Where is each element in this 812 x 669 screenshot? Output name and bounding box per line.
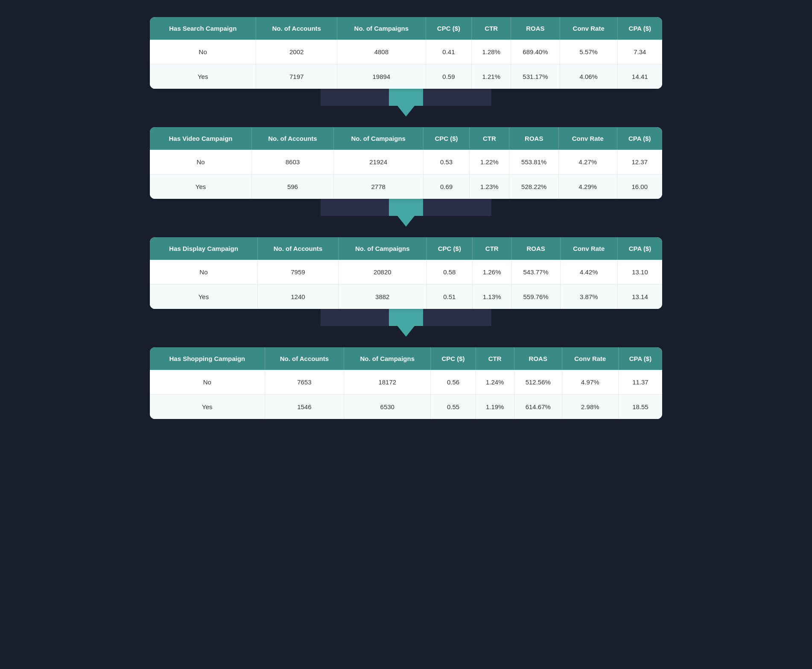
cell-1-7: 18.55 <box>618 395 662 419</box>
col-header-5: Conv Rate <box>559 127 617 150</box>
cell-1-2: 3882 <box>338 285 426 309</box>
video-campaign-table: Has Video CampaignNo. of AccountsNo. of … <box>150 127 662 199</box>
col-header-5: Conv Rate <box>560 17 617 40</box>
cell-1-7: 13.14 <box>618 285 662 309</box>
section-video-campaign-table: Has Video CampaignNo. of AccountsNo. of … <box>150 127 662 233</box>
cell-0-3: 0.53 <box>423 150 470 175</box>
cell-1-6: 4.29% <box>559 175 617 199</box>
table-row: No200248080.411.28%689.40%5.57%7.34 <box>150 40 662 64</box>
cell-1-3: 0.69 <box>423 175 470 199</box>
cell-0-5: 543.77% <box>511 260 560 285</box>
cell-0-4: 1.24% <box>476 370 514 395</box>
cell-1-4: 1.21% <box>472 64 511 89</box>
connector-arrow <box>150 89 662 123</box>
cell-0-5: 689.40% <box>511 40 560 64</box>
col-header-5: Conv Rate <box>560 237 617 260</box>
cell-0-1: 7959 <box>257 260 338 285</box>
cell-0-7: 11.37 <box>618 370 662 395</box>
cell-0-5: 553.81% <box>509 150 559 175</box>
table-row: Yes154665300.551.19%614.67%2.98%18.55 <box>150 395 662 419</box>
connector-arrow <box>150 309 662 343</box>
cell-1-5: 614.67% <box>514 395 562 419</box>
cell-0-4: 1.28% <box>472 40 511 64</box>
col-header-0: No. of Accounts <box>257 237 338 260</box>
col-header-0: No. of Accounts <box>265 347 344 370</box>
cell-1-7: 14.41 <box>617 64 662 89</box>
cell-0-7: 12.37 <box>617 150 662 175</box>
cell-0-0: No <box>150 260 257 285</box>
cell-1-1: 1240 <box>257 285 338 309</box>
cell-1-6: 3.87% <box>560 285 617 309</box>
col-header-5: Conv Rate <box>562 347 618 370</box>
col-header-3: CTR <box>470 127 509 150</box>
cell-0-0: No <box>150 370 265 395</box>
cell-1-0: Yes <box>150 64 256 89</box>
col-header-6: CPA ($) <box>617 127 662 150</box>
cell-1-3: 0.51 <box>426 285 472 309</box>
table-row: Yes59627780.691.23%528.22%4.29%16.00 <box>150 175 662 199</box>
cell-0-0: No <box>150 40 256 64</box>
shopping-campaign-table: Has Shopping CampaignNo. of AccountsNo. … <box>150 347 662 419</box>
col-header-2: CPC ($) <box>426 17 472 40</box>
col-header-main: Has Video Campaign <box>150 127 252 150</box>
cell-0-3: 0.58 <box>426 260 472 285</box>
col-header-1: No. of Campaigns <box>344 347 431 370</box>
col-header-3: CTR <box>476 347 514 370</box>
cell-1-1: 7197 <box>256 64 337 89</box>
cell-1-2: 19894 <box>337 64 426 89</box>
table-row: Yes7197198940.591.21%531.17%4.06%14.41 <box>150 64 662 89</box>
cell-0-2: 21924 <box>333 150 423 175</box>
col-header-2: CPC ($) <box>426 237 472 260</box>
cell-0-6: 4.97% <box>562 370 618 395</box>
connector-arrow <box>150 199 662 233</box>
section-shopping-campaign-table: Has Shopping CampaignNo. of AccountsNo. … <box>150 347 662 419</box>
cell-1-0: Yes <box>150 175 252 199</box>
col-header-4: ROAS <box>511 17 560 40</box>
table-row: No7959208200.581.26%543.77%4.42%13.10 <box>150 260 662 285</box>
col-header-main: Has Search Campaign <box>150 17 256 40</box>
cell-1-5: 559.76% <box>511 285 560 309</box>
col-header-6: CPA ($) <box>618 347 662 370</box>
cell-1-4: 1.13% <box>472 285 511 309</box>
cell-0-1: 2002 <box>256 40 337 64</box>
cell-0-6: 4.27% <box>559 150 617 175</box>
cell-1-2: 2778 <box>333 175 423 199</box>
cell-0-7: 7.34 <box>617 40 662 64</box>
cell-1-5: 531.17% <box>511 64 560 89</box>
col-header-4: ROAS <box>511 237 560 260</box>
col-header-1: No. of Campaigns <box>337 17 426 40</box>
cell-0-6: 5.57% <box>560 40 617 64</box>
cell-0-7: 13.10 <box>618 260 662 285</box>
cell-1-3: 0.59 <box>426 64 472 89</box>
col-header-main: Has Shopping Campaign <box>150 347 265 370</box>
cell-1-0: Yes <box>150 285 257 309</box>
cell-1-5: 528.22% <box>509 175 559 199</box>
col-header-6: CPA ($) <box>618 237 662 260</box>
col-header-2: CPC ($) <box>423 127 470 150</box>
col-header-main: Has Display Campaign <box>150 237 257 260</box>
cell-0-4: 1.22% <box>470 150 509 175</box>
cell-0-2: 20820 <box>338 260 426 285</box>
col-header-6: CPA ($) <box>617 17 662 40</box>
cell-0-5: 512.56% <box>514 370 562 395</box>
search-campaign-table: Has Search CampaignNo. of AccountsNo. of… <box>150 17 662 89</box>
cell-0-3: 0.56 <box>431 370 476 395</box>
page-wrapper: Has Search CampaignNo. of AccountsNo. of… <box>150 9 662 432</box>
cell-0-1: 7653 <box>265 370 344 395</box>
col-header-0: No. of Accounts <box>252 127 334 150</box>
col-header-3: CTR <box>472 237 511 260</box>
cell-0-2: 18172 <box>344 370 431 395</box>
cell-0-1: 8603 <box>252 150 334 175</box>
display-campaign-table: Has Display CampaignNo. of AccountsNo. o… <box>150 237 662 309</box>
col-header-2: CPC ($) <box>431 347 476 370</box>
cell-1-1: 1546 <box>265 395 344 419</box>
cell-1-7: 16.00 <box>617 175 662 199</box>
col-header-4: ROAS <box>509 127 559 150</box>
col-header-1: No. of Campaigns <box>338 237 426 260</box>
section-search-campaign-table: Has Search CampaignNo. of AccountsNo. of… <box>150 17 662 123</box>
col-header-0: No. of Accounts <box>256 17 337 40</box>
table-row: No8603219240.531.22%553.81%4.27%12.37 <box>150 150 662 175</box>
col-header-4: ROAS <box>514 347 562 370</box>
cell-0-6: 4.42% <box>560 260 617 285</box>
cell-1-6: 2.98% <box>562 395 618 419</box>
